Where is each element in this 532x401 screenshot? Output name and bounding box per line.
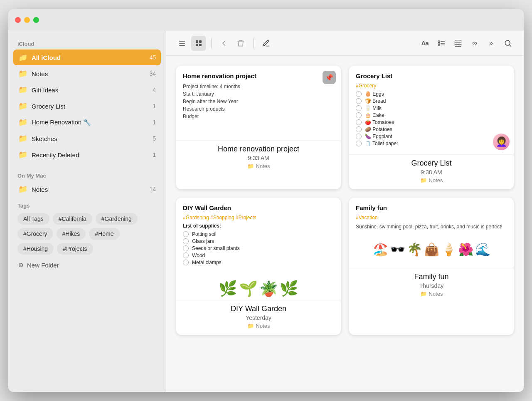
folder-icon: 📁 — [18, 85, 27, 94]
plant-emoji-1: 🌿 — [219, 280, 237, 297]
sidebar-item-count: 1 — [153, 151, 156, 158]
tag-projects[interactable]: #Projects — [57, 243, 93, 255]
attachments-button[interactable]: ∞ — [467, 36, 482, 51]
note-meta-title: DIY Wall Garden — [182, 304, 335, 313]
note-meta: DIY Wall Garden Yesterday 📁 Notes — [176, 300, 341, 335]
note-meta-time: Thursday — [355, 282, 508, 289]
tag-home[interactable]: #Home — [89, 228, 119, 240]
title-bar — [8, 9, 524, 31]
note-preview-text: Project timeline: 4 months Start: Januar… — [183, 83, 334, 120]
icloud-section-label: iCloud — [13, 37, 161, 50]
svg-point-7 — [438, 40, 440, 42]
new-folder-button[interactable]: ⊕ New Folder — [13, 258, 161, 272]
folder-icon: 📁 — [18, 53, 27, 62]
tag-gardening[interactable]: #Gardening — [96, 213, 138, 225]
checklist-button[interactable] — [434, 36, 449, 51]
svg-rect-2 — [179, 45, 185, 46]
note-title: Home renovation project — [183, 72, 334, 79]
sticker-area: 🏖️ 🕶️ 🌴 👜 🍦 🌺 🌊 — [356, 230, 507, 268]
svg-rect-13 — [455, 40, 461, 46]
app-window: iCloud 📁 All iCloud 45 📁 Notes 34 📁 Gift… — [8, 9, 524, 392]
sticker-beach-ball: 🏖️ — [373, 242, 388, 257]
tag-all-tags[interactable]: All Tags — [17, 213, 49, 225]
sidebar-item-count: 5 — [153, 135, 156, 142]
note-title: DIY Wall Garden — [183, 204, 334, 211]
folder-icon: 📁 — [18, 150, 27, 159]
note-meta-folder: 📁 Notes — [355, 177, 508, 183]
tags-section: Tags All Tags #California #Gardening #Gr… — [13, 198, 161, 258]
note-tag: #Grocery — [356, 83, 507, 89]
tags-section-label: Tags — [17, 203, 157, 209]
folder-icon: 📁 — [18, 185, 27, 194]
sticker-ice-cream: 🍦 — [441, 242, 456, 257]
svg-rect-3 — [196, 40, 198, 43]
sticker-sunglasses: 🕶️ — [390, 242, 405, 257]
more-button[interactable]: » — [484, 36, 499, 51]
sidebar-item-count: 1 — [153, 103, 156, 109]
sidebar-item-label: Gift Ideas — [32, 87, 153, 94]
minimize-button[interactable] — [24, 17, 30, 23]
note-meta: Grocery List 9:38 AM 📁 Notes — [349, 155, 514, 189]
note-title: Grocery List — [356, 72, 507, 79]
search-button[interactable] — [500, 36, 515, 51]
sidebar-item-gift-ideas[interactable]: 📁 Gift Ideas 4 — [13, 82, 161, 98]
notes-grid: Home renovation project 📌 Project timeli… — [166, 56, 524, 392]
sidebar-item-all-icloud[interactable]: 📁 All iCloud 45 — [13, 50, 161, 65]
sidebar-item-count: 14 — [149, 186, 156, 193]
tag-housing[interactable]: #Housing — [17, 243, 54, 255]
back-button[interactable] — [217, 36, 232, 51]
note-meta-title: Home renovation project — [182, 145, 335, 153]
note-tag: #Vacation — [356, 215, 507, 220]
traffic-lights — [15, 17, 39, 23]
grid-view-button[interactable] — [191, 36, 206, 51]
list-view-button[interactable] — [175, 36, 190, 51]
close-button[interactable] — [15, 17, 21, 23]
note-folder-name: Notes — [256, 323, 270, 329]
sidebar: iCloud 📁 All iCloud 45 📁 Notes 34 📁 Gift… — [8, 31, 166, 392]
sidebar-item-mac-notes[interactable]: 📁 Notes 14 — [13, 181, 161, 197]
note-image-area: 🌿 🌱 🪴 🌿 — [183, 267, 334, 300]
sidebar-item-notes[interactable]: 📁 Notes 34 — [13, 66, 161, 82]
note-card-diy-wall-garden[interactable]: DIY Wall Garden #Gardening #Shopping #Pr… — [176, 198, 341, 335]
format-button[interactable]: Aa — [417, 36, 432, 51]
toolbar: Aa — [166, 31, 524, 56]
tag-grocery[interactable]: #Grocery — [17, 228, 53, 240]
note-meta-title: Family fun — [355, 272, 508, 281]
sidebar-item-grocery-list[interactable]: 📁 Grocery List 1 — [13, 98, 161, 114]
svg-point-11 — [438, 44, 440, 46]
tag-california[interactable]: #California — [53, 213, 92, 225]
note-meta-folder: 📁 Notes — [182, 323, 335, 329]
delete-button[interactable] — [233, 36, 248, 51]
tag-hikes[interactable]: #Hikes — [57, 228, 86, 240]
note-card-home-renovation[interactable]: Home renovation project 📌 Project timeli… — [176, 66, 341, 189]
note-checklist: 🥚 Eggs 🍞 Bread 🥛 Milk 🎂 Cake 🍅 Tomatoes … — [356, 91, 507, 146]
pin-icon: 📌 — [323, 71, 336, 84]
note-card-grocery-list[interactable]: Grocery List #Grocery 🥚 Eggs 🍞 Bread 🥛 M… — [349, 66, 514, 189]
sidebar-item-count: 4 — [153, 87, 156, 93]
sidebar-item-label: Recently Deleted — [32, 151, 153, 158]
sidebar-item-recently-deleted[interactable]: 📁 Recently Deleted 1 — [13, 147, 161, 163]
note-folder-name: Notes — [429, 177, 443, 183]
compose-button[interactable] — [259, 36, 273, 51]
plus-circle-icon: ⊕ — [18, 261, 24, 269]
note-preview: DIY Wall Garden #Gardening #Shopping #Pr… — [176, 198, 341, 300]
sidebar-item-count: 34 — [149, 70, 156, 77]
sidebar-item-home-renovation[interactable]: 📁 Home Renovation 🔧 1 — [13, 114, 161, 130]
sidebar-item-label: Notes — [32, 186, 149, 193]
folder-icon: 📁 — [18, 101, 27, 111]
sticker-wave: 🌊 — [475, 242, 490, 257]
sidebar-item-sketches[interactable]: 📁 Sketches 5 — [13, 131, 161, 146]
note-card-family-fun[interactable]: Family fun #Vacation Sunshine, swimming … — [349, 198, 514, 335]
sidebar-item-label: Notes — [32, 70, 149, 77]
sticker-bag: 👜 — [424, 242, 439, 257]
sidebar-item-label: Sketches — [32, 135, 153, 142]
note-meta-time: 9:33 AM — [182, 155, 335, 161]
svg-line-19 — [510, 45, 511, 46]
folder-icon: 📁 — [18, 69, 27, 78]
note-checklist: Potting soil Glass jars Seeds or small p… — [183, 231, 334, 265]
table-button[interactable] — [451, 36, 466, 51]
plant-emoji-2: 🌱 — [239, 280, 258, 297]
folder-small-icon: 📁 — [420, 291, 427, 297]
maximize-button[interactable] — [33, 17, 39, 23]
folder-icon: 📁 — [18, 134, 27, 143]
